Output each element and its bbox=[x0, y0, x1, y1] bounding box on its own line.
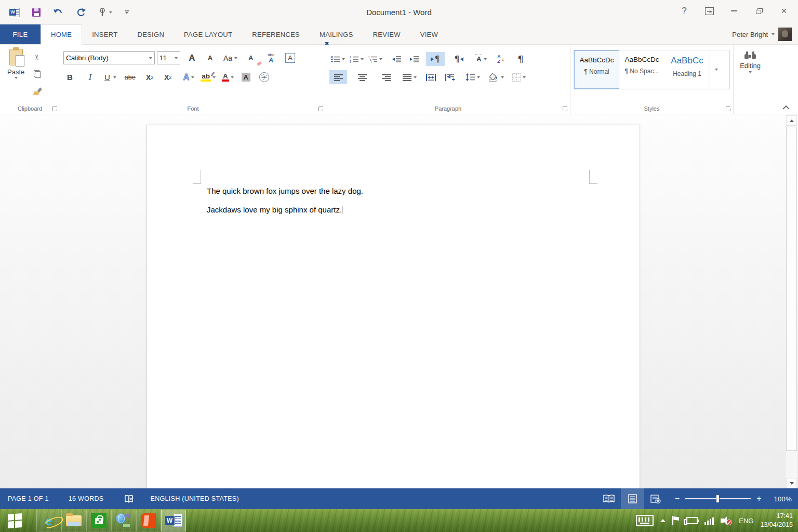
show-hide-button[interactable]: ¶ bbox=[514, 52, 527, 66]
ribbon-display-options-button[interactable] bbox=[700, 4, 718, 18]
undo-button[interactable] bbox=[53, 8, 63, 17]
touch-keyboard-icon[interactable] bbox=[636, 515, 654, 526]
multilevel-list-button[interactable]: 1ai bbox=[367, 52, 384, 66]
show-hidden-icons-button[interactable] bbox=[660, 519, 666, 522]
paragraph-1[interactable]: The quick brown fox jumps over the lazy … bbox=[207, 186, 363, 196]
font-color-button[interactable]: A bbox=[221, 70, 235, 84]
text-effects-button[interactable]: A bbox=[182, 70, 196, 84]
zoom-slider[interactable] bbox=[685, 498, 751, 499]
tab-references[interactable]: REFERENCES bbox=[242, 24, 310, 44]
read-mode-button[interactable] bbox=[597, 488, 621, 509]
adjust-width-button[interactable] bbox=[444, 70, 457, 84]
web-layout-button[interactable] bbox=[644, 488, 668, 509]
character-scaling-button[interactable]: ←→A bbox=[475, 52, 488, 66]
sort-button[interactable]: AZ ↓ bbox=[494, 52, 507, 66]
action-center-flag-icon[interactable] bbox=[672, 516, 680, 525]
font-dialog-launcher[interactable] bbox=[318, 107, 323, 111]
shading-button[interactable] bbox=[487, 70, 506, 84]
cut-button[interactable]: ✂ bbox=[31, 50, 44, 64]
vertical-scrollbar[interactable] bbox=[786, 115, 797, 488]
enclose-characters-button[interactable]: 字 bbox=[258, 70, 271, 84]
align-left-button[interactable] bbox=[329, 70, 347, 84]
align-center-button[interactable] bbox=[353, 70, 371, 84]
shrink-font-button[interactable]: A bbox=[204, 51, 217, 65]
tab-design[interactable]: DESIGN bbox=[127, 24, 174, 44]
paragraph-dialog-launcher[interactable] bbox=[563, 107, 567, 111]
input-language[interactable]: ENG bbox=[739, 517, 753, 525]
account-area[interactable]: Peter Bright bbox=[732, 24, 792, 44]
zoom-percentage[interactable]: 100% bbox=[767, 495, 792, 503]
network-signal-icon[interactable] bbox=[704, 516, 714, 525]
taskbar-file-explorer[interactable] bbox=[61, 510, 86, 531]
repeat-button[interactable] bbox=[76, 8, 86, 17]
scroll-down-button[interactable] bbox=[786, 478, 797, 488]
tab-insert[interactable]: INSERT bbox=[82, 24, 127, 44]
grow-font-button[interactable]: A bbox=[185, 51, 198, 65]
italic-button[interactable]: I bbox=[84, 70, 97, 84]
save-button[interactable] bbox=[32, 8, 41, 17]
print-layout-button[interactable] bbox=[621, 488, 644, 509]
borders-button[interactable] bbox=[511, 70, 527, 84]
character-shading-button[interactable]: A bbox=[240, 70, 252, 84]
tab-home[interactable]: HOME bbox=[41, 24, 82, 45]
language-indicator[interactable]: ENGLISH (UNITED STATES) bbox=[143, 488, 247, 509]
clear-formatting-button[interactable]: A bbox=[244, 51, 257, 65]
user-avatar[interactable] bbox=[778, 28, 792, 41]
collapse-ribbon-button[interactable] bbox=[782, 105, 790, 110]
document-page[interactable]: The quick brown fox jumps over the lazy … bbox=[147, 125, 640, 488]
customize-qat-button[interactable] bbox=[125, 10, 129, 14]
restore-button[interactable] bbox=[750, 4, 768, 18]
superscript-button[interactable]: X2 bbox=[162, 70, 175, 84]
clipboard-dialog-launcher[interactable] bbox=[52, 107, 57, 111]
style-normal[interactable]: AaBbCcDc ¶ Normal bbox=[574, 50, 619, 89]
page-indicator[interactable]: PAGE 1 OF 1 bbox=[0, 488, 57, 509]
scroll-up-button[interactable] bbox=[786, 115, 797, 126]
copy-button[interactable] bbox=[31, 67, 44, 81]
align-right-button[interactable] bbox=[377, 70, 395, 84]
strikethrough-button[interactable]: abe bbox=[123, 70, 137, 84]
taskbar-store[interactable] bbox=[86, 510, 111, 531]
taskbar-office[interactable] bbox=[136, 510, 161, 531]
document-text[interactable]: The quick brown fox jumps over the lazy … bbox=[207, 186, 363, 223]
decrease-indent-button[interactable] bbox=[390, 52, 403, 66]
distributed-button[interactable] bbox=[424, 70, 437, 84]
font-size-combobox[interactable]: 11 bbox=[157, 51, 180, 64]
style-no-spacing[interactable]: AaBbCcDc ¶ No Spac... bbox=[619, 50, 664, 89]
line-spacing-button[interactable] bbox=[464, 70, 482, 84]
paragraph-2[interactable]: Jackdaws love my big sphinx of quartz. bbox=[207, 205, 363, 215]
bold-button[interactable]: B bbox=[63, 70, 76, 84]
zoom-slider-thumb[interactable] bbox=[716, 495, 720, 503]
style-heading1[interactable]: AaBbCc Heading 1 bbox=[664, 50, 710, 89]
word-count[interactable]: 16 WORDS bbox=[61, 488, 112, 509]
start-button[interactable] bbox=[0, 509, 29, 532]
underline-button[interactable]: U bbox=[103, 70, 118, 84]
tab-page-layout[interactable]: PAGE LAYOUT bbox=[174, 24, 242, 44]
subscript-button[interactable]: X2 bbox=[143, 70, 156, 84]
clock[interactable]: 17:41 13/04/2015 bbox=[760, 512, 793, 529]
touch-mode-button[interactable] bbox=[98, 8, 112, 17]
taskbar-internet-explorer[interactable]: e bbox=[36, 510, 61, 531]
scrollbar-thumb[interactable] bbox=[786, 127, 797, 451]
character-border-button[interactable]: A bbox=[284, 51, 297, 65]
phonetic-guide-button[interactable]: abcA bbox=[264, 51, 277, 65]
format-painter-button[interactable] bbox=[31, 84, 44, 98]
tab-review[interactable]: REVIEW bbox=[363, 24, 410, 44]
zoom-in-button[interactable]: + bbox=[756, 495, 762, 503]
proofing-status-button[interactable] bbox=[119, 495, 140, 503]
numbering-button[interactable]: 123 bbox=[348, 52, 365, 66]
rtl-direction-button[interactable]: ¶ bbox=[449, 52, 468, 66]
word-logo-icon[interactable]: W bbox=[9, 8, 20, 17]
zoom-out-button[interactable]: − bbox=[675, 495, 680, 503]
bullets-button[interactable] bbox=[329, 52, 347, 66]
styles-dialog-launcher[interactable] bbox=[726, 107, 730, 111]
scrollbar-track[interactable] bbox=[786, 126, 797, 478]
tab-file[interactable]: FILE bbox=[0, 24, 41, 44]
font-name-combobox[interactable]: Calibri (Body) bbox=[63, 51, 155, 64]
close-button[interactable]: × bbox=[775, 4, 793, 18]
tab-view[interactable]: VIEW bbox=[410, 24, 448, 44]
taskbar-network-download[interactable] bbox=[111, 510, 136, 531]
help-button[interactable]: ? bbox=[675, 4, 693, 18]
styles-gallery-more-button[interactable] bbox=[710, 50, 722, 89]
taskbar-word[interactable]: W bbox=[161, 510, 186, 531]
tab-mailings[interactable]: MAILINGS bbox=[310, 24, 363, 44]
